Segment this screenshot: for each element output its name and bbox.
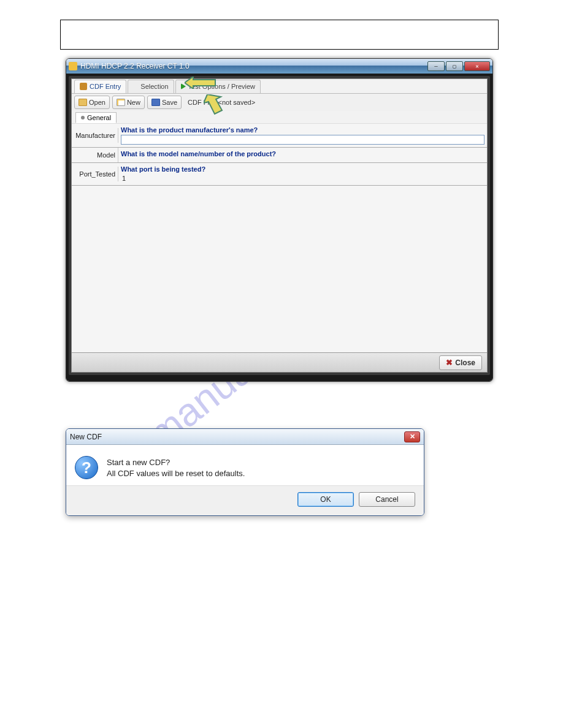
field-label: Model [72, 148, 118, 162]
close-button[interactable]: ✖ Close [439, 355, 482, 370]
subtab-label: General [87, 114, 111, 121]
field-question: What is the model name/number of the pro… [121, 149, 484, 159]
new-cdf-dialog: New CDF ✕ ? Start a new CDF? All CDF val… [66, 428, 424, 516]
dialog-message: Start a new CDF? All CDF values will be … [107, 456, 245, 479]
save-icon [151, 99, 160, 106]
row-port-tested: Port_Tested What port is being tested? 1 [72, 163, 487, 186]
tab-test-options[interactable]: Test Options / Preview [175, 80, 261, 93]
play-icon [181, 83, 186, 89]
field-label: Manufacturer [72, 128, 118, 143]
button-label: Save [162, 99, 177, 106]
toolbar: Open New Save CDF File: <not saved> [72, 94, 487, 111]
window-title: HDMI HDCP 2.2 Receiver CT 1.0 [80, 62, 190, 70]
close-label: Close [455, 358, 475, 367]
close-window-button[interactable]: ✕ [464, 61, 490, 71]
cdf-file-status: CDF File: <not saved> [188, 99, 255, 106]
window-controls: — ▢ ✕ [427, 61, 490, 71]
tab-label: Selection [140, 83, 168, 90]
field-question: What port is being tested? [121, 164, 484, 174]
ok-button[interactable]: OK [297, 492, 354, 507]
main-window: HDMI HDCP 2.2 Receiver CT 1.0 — ▢ ✕ CDF … [66, 58, 493, 382]
close-x-icon: ✖ [446, 358, 453, 367]
row-manufacturer: Manufacturer What is the product manufac… [72, 124, 487, 148]
dialog-line2: All CDF values will be reset to defaults… [107, 468, 245, 479]
subtab-general[interactable]: General [75, 112, 117, 123]
main-tabs: CDF Entry Selection Test Options / Previ… [72, 79, 487, 94]
save-button[interactable]: Save [147, 96, 182, 109]
empty-header-box [60, 20, 499, 50]
dialog-titlebar[interactable]: New CDF ✕ [66, 429, 424, 445]
open-button[interactable]: Open [74, 96, 110, 109]
button-label: New [127, 99, 140, 106]
tab-selection[interactable]: Selection [128, 80, 174, 93]
manufacturer-input[interactable] [121, 135, 484, 145]
field-question: What is the product manufacturer's name? [121, 125, 484, 135]
app-icon [69, 62, 77, 70]
dialog-body: ? Start a new CDF? All CDF values will b… [66, 445, 424, 485]
new-button[interactable]: New [112, 96, 145, 109]
minimize-button[interactable]: — [427, 61, 445, 71]
dialog-buttons: OK Cancel [66, 485, 424, 515]
bottom-bar: ✖ Close [72, 352, 487, 372]
question-icon: ? [75, 456, 98, 479]
cancel-button[interactable]: Cancel [359, 492, 415, 507]
tab-label: Test Options / Preview [188, 83, 255, 90]
dialog-title-text: New CDF [70, 433, 102, 441]
folder-open-icon [79, 99, 87, 106]
maximize-button[interactable]: ▢ [446, 61, 463, 71]
tab-cdf-entry[interactable]: CDF Entry [74, 80, 126, 93]
form-area: Manufacturer What is the product manufac… [72, 123, 487, 352]
cdf-icon [80, 83, 87, 90]
dialog-line1: Start a new CDF? [107, 457, 245, 468]
subtab-strip: General [72, 111, 487, 123]
port-tested-value: 1 [121, 174, 484, 183]
bullet-icon [81, 116, 85, 119]
dialog-close-button[interactable]: ✕ [404, 431, 420, 442]
row-model: Model What is the model name/number of t… [72, 148, 487, 163]
button-label: Open [89, 99, 105, 106]
new-file-icon [117, 99, 125, 106]
titlebar[interactable]: HDMI HDCP 2.2 Receiver CT 1.0 — ▢ ✕ [66, 59, 492, 74]
tab-label: CDF Entry [90, 83, 121, 90]
field-label: Port_Tested [72, 167, 118, 181]
